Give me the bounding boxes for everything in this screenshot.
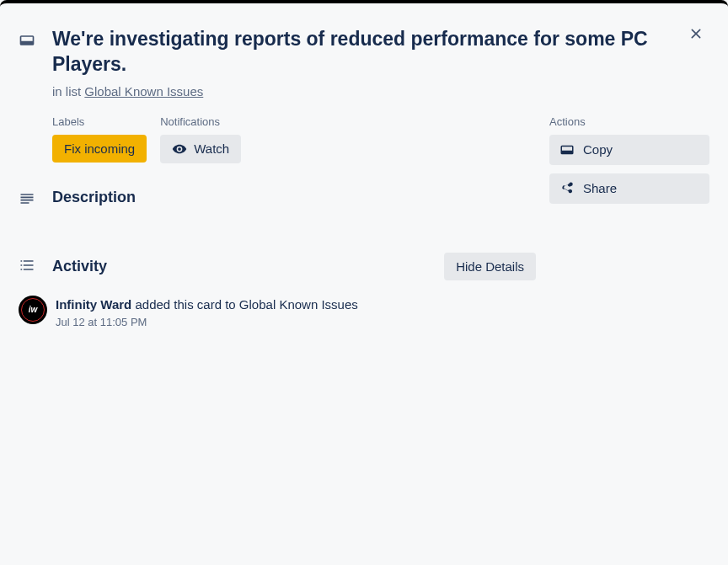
copy-label: Copy	[583, 142, 613, 157]
description-section: Description	[19, 189, 536, 211]
watch-label: Watch	[194, 141, 229, 156]
close-icon	[688, 25, 704, 42]
activity-header: Activity Hide Details	[19, 253, 536, 280]
label-chip-fix-incoming[interactable]: Fix incoming	[52, 135, 147, 163]
actions-heading: Actions	[549, 115, 709, 128]
share-icon	[559, 181, 575, 196]
close-button[interactable]	[682, 20, 709, 47]
labels-block: Labels Fix incoming	[52, 115, 147, 163]
copy-button[interactable]: Copy	[549, 135, 709, 165]
card-icon	[19, 32, 42, 52]
description-icon	[19, 190, 42, 211]
description-title: Description	[52, 189, 536, 206]
share-button[interactable]: Share	[549, 173, 709, 204]
activity-item: iw Infinity Ward added this card to Glob…	[19, 296, 536, 328]
card-copy-icon	[559, 142, 575, 157]
activity-text: Infinity Ward added this card to Global …	[56, 296, 358, 313]
hide-details-button[interactable]: Hide Details	[444, 253, 536, 280]
card-header: We're investigating reports of reduced p…	[0, 3, 728, 115]
activity-author[interactable]: Infinity Ward	[56, 297, 131, 312]
activity-icon	[19, 257, 42, 277]
labels-heading: Labels	[52, 115, 147, 128]
activity-title: Activity	[52, 258, 107, 275]
watch-button[interactable]: Watch	[160, 135, 241, 163]
card-meta-row: Labels Fix incoming Notifications Watch	[52, 115, 536, 163]
eye-icon	[172, 141, 187, 157]
avatar[interactable]: iw	[19, 296, 47, 324]
notifications-block: Notifications Watch	[160, 115, 241, 163]
activity-timestamp[interactable]: Jul 12 at 11:05 PM	[56, 316, 358, 328]
notifications-heading: Notifications	[160, 115, 241, 128]
card-dialog: We're investigating reports of reduced p…	[0, 0, 728, 565]
list-link[interactable]: Global Known Issues	[84, 84, 203, 99]
share-label: Share	[583, 181, 617, 195]
activity-action: added this card to Global Known Issues	[131, 297, 358, 312]
actions-sidebar: Actions Copy Share	[549, 115, 709, 328]
card-title[interactable]: We're investigating reports of reduced p…	[52, 27, 677, 77]
in-list-text: in list Global Known Issues	[52, 84, 677, 99]
